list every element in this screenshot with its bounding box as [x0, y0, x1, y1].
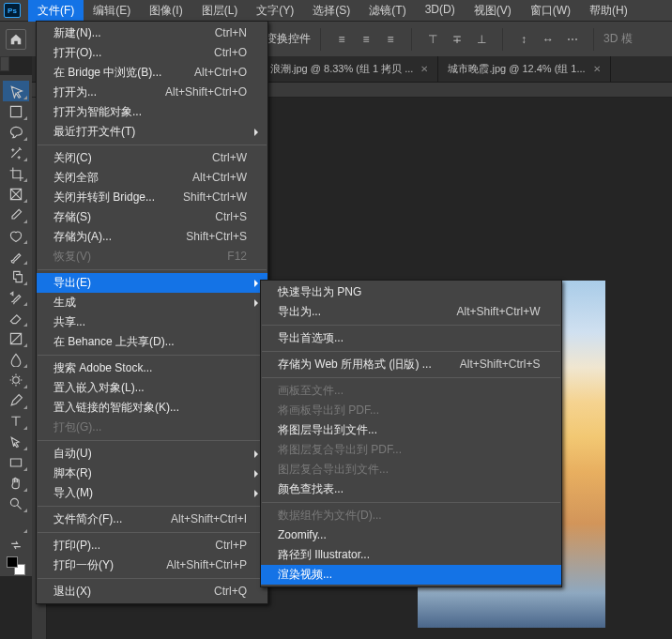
menu-item[interactable]: 存储为(A)...Shift+Ctrl+S [37, 227, 267, 247]
tool-type[interactable] [3, 411, 29, 432]
menu-3D[interactable]: 3D(D) [416, 0, 465, 22]
tool-colors[interactable] [3, 555, 29, 576]
document-tab[interactable]: 城市晚霞.jpg @ 12.4% (组 1... ✕ [438, 56, 610, 82]
tool-zoom[interactable] [3, 494, 29, 514]
menu-item[interactable]: 渲染视频... [261, 565, 561, 585]
menu-item[interactable]: 自动(U) [37, 444, 267, 464]
menu-item-label: 图层复合导出到文件... [278, 463, 389, 477]
menu-item[interactable]: 关闭并转到 Bridge...Shift+Ctrl+W [37, 188, 267, 207]
menu-item[interactable]: 新建(N)...Ctrl+N [37, 23, 267, 43]
tool-ellipsis[interactable] [3, 514, 29, 535]
tool-rect-marquee[interactable] [3, 101, 29, 122]
menu-item: 打包(G)... [37, 418, 267, 437]
distribute-middle-icon[interactable]: ∓ [446, 28, 468, 51]
menu-选择[interactable]: 选择(S) [303, 0, 359, 22]
menu-帮助[interactable]: 帮助(H) [580, 0, 637, 22]
distribute-bottom-icon[interactable]: ⊥ [470, 28, 493, 51]
close-icon[interactable]: ✕ [420, 64, 428, 74]
menu-item-label: 在 Behance 上共享(D)... [53, 335, 175, 349]
menu-item[interactable]: 导出(E) [37, 273, 267, 293]
menu-窗口[interactable]: 窗口(W) [521, 0, 580, 22]
menu-item[interactable]: 路径到 Illustrator... [261, 545, 561, 565]
menu-item-label: 存储(S) [53, 210, 91, 224]
menu-item[interactable]: 存储(S)Ctrl+S [37, 207, 267, 227]
menu-item-shortcut: Ctrl+N [215, 26, 247, 40]
menu-item[interactable]: 最近打开文件(T) [37, 122, 267, 142]
tool-crop[interactable] [3, 163, 29, 184]
menu-item[interactable]: 置入链接的智能对象(K)... [37, 398, 267, 418]
tools-panel [0, 75, 32, 576]
menu-item[interactable]: 快速导出为 PNG [261, 282, 561, 302]
tool-gradient[interactable] [3, 328, 29, 349]
menu-item[interactable]: Zoomify... [261, 525, 561, 545]
tool-clone[interactable] [3, 266, 29, 287]
menu-item[interactable]: 搜索 Adobe Stock... [37, 358, 267, 378]
menu-编辑[interactable]: 编辑(E) [84, 0, 140, 22]
menu-item[interactable]: 在 Behance 上共享(D)... [37, 332, 267, 352]
menu-item[interactable]: 关闭全部Alt+Ctrl+W [37, 168, 267, 188]
tool-frame[interactable] [3, 184, 29, 205]
distribute-group: ⊤ ∓ ⊥ [421, 28, 493, 51]
menu-item[interactable]: 将图层导出到文件... [261, 420, 561, 440]
menu-图层[interactable]: 图层(L) [192, 0, 248, 22]
tool-lasso[interactable] [3, 122, 29, 143]
tool-move[interactable] [3, 81, 29, 101]
tool-eyedropper[interactable] [3, 205, 29, 225]
menu-item-shortcut: Ctrl+W [212, 151, 247, 165]
dist-h2-icon[interactable]: ↔ [537, 28, 559, 51]
menu-item[interactable]: 在 Bridge 中浏览(B)...Alt+Ctrl+O [37, 63, 267, 83]
panel-collapse-handle[interactable] [0, 56, 9, 71]
menu-item[interactable]: 打开为智能对象... [37, 102, 267, 122]
menu-item: 图层复合导出到文件... [261, 460, 561, 479]
menu-item[interactable]: 打印(P)...Ctrl+P [37, 536, 267, 555]
tool-path-select[interactable] [3, 432, 29, 452]
menu-item[interactable]: 置入嵌入对象(L)... [37, 378, 267, 398]
tool-pen[interactable] [3, 390, 29, 411]
menu-item[interactable]: 颜色查找表... [261, 479, 561, 499]
tool-swap[interactable] [3, 535, 29, 555]
menu-item-shortcut: Ctrl+P [215, 539, 247, 553]
menu-item[interactable]: 导出为...Alt+Shift+Ctrl+W [261, 302, 561, 322]
menu-item[interactable]: 关闭(C)Ctrl+W [37, 148, 267, 168]
menu-item[interactable]: 打开为...Alt+Shift+Ctrl+O [37, 83, 267, 102]
menu-item[interactable]: 存储为 Web 所用格式 (旧版) ...Alt+Shift+Ctrl+S [261, 355, 561, 374]
menu-文字[interactable]: 文字(Y) [247, 0, 303, 22]
tool-hand[interactable] [3, 473, 29, 494]
menu-item[interactable]: 导出首选项... [261, 328, 561, 348]
menu-文件[interactable]: 文件(F) [28, 0, 84, 22]
align-center-icon[interactable]: ≡ [355, 28, 377, 51]
home-button[interactable] [6, 29, 26, 50]
menu-item-label: 恢复(V) [53, 250, 91, 264]
menu-item[interactable]: 打开(O)...Ctrl+O [37, 43, 267, 63]
menu-视图[interactable]: 视图(V) [465, 0, 521, 22]
document-tab[interactable]: 浪潮.jpg @ 8.33% (组 1 拷贝 ... ✕ [261, 56, 438, 82]
align-left-icon[interactable]: ≡ [330, 28, 353, 51]
align-group: ≡ ≡ ≡ [330, 28, 402, 51]
tool-brush[interactable] [3, 246, 29, 266]
menu-item[interactable]: 脚本(R) [37, 464, 267, 483]
menu-separator [262, 502, 560, 503]
tool-blur[interactable] [3, 349, 29, 370]
tool-eraser[interactable] [3, 308, 29, 328]
close-icon[interactable]: ✕ [593, 64, 601, 74]
menu-滤镜[interactable]: 滤镜(T) [359, 0, 415, 22]
menu-图像[interactable]: 图像(I) [140, 0, 191, 22]
menu-item[interactable]: 文件简介(F)...Alt+Shift+Ctrl+I [37, 510, 267, 529]
align-right-icon[interactable]: ≡ [379, 28, 402, 51]
menu-item[interactable]: 生成 [37, 293, 267, 312]
dist-h-icon[interactable]: ↕ [512, 28, 535, 51]
tool-dodge[interactable] [3, 370, 29, 390]
menu-item[interactable]: 导入(M) [37, 483, 267, 503]
tool-healing[interactable] [3, 225, 29, 246]
menu-item-label: 置入链接的智能对象(K)... [53, 401, 179, 415]
menu-item[interactable]: 共享... [37, 312, 267, 332]
overflow-icon[interactable]: ⋯ [561, 28, 584, 51]
tool-history-brush[interactable] [3, 287, 29, 308]
menu-item[interactable]: 退出(X)Ctrl+Q [37, 582, 267, 601]
menu-item-label: 导出首选项... [278, 331, 344, 345]
distribute-top-icon[interactable]: ⊤ [421, 28, 444, 51]
menu-item[interactable]: 打印一份(Y)Alt+Shift+Ctrl+P [37, 555, 267, 575]
tool-magic-wand[interactable] [3, 143, 29, 163]
tool-rectangle[interactable] [3, 452, 29, 473]
menu-item-label: 新建(N)... [53, 26, 101, 40]
